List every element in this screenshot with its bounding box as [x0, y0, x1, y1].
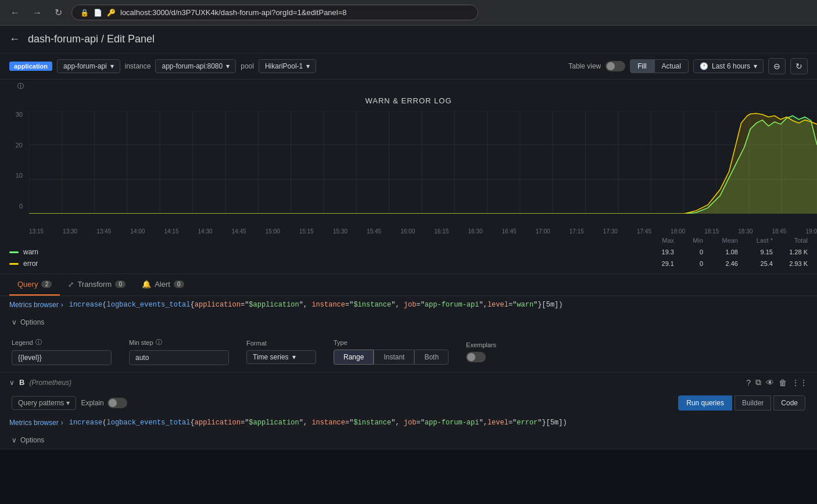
back-button[interactable]: ← — [7, 5, 23, 20]
query-a-input[interactable]: increase(logback_events_total{applicatio… — [69, 301, 808, 309]
b-query-label: B — [19, 378, 24, 387]
builder-button[interactable]: Builder — [734, 395, 771, 411]
legend-info-icon: ⓘ — [35, 338, 42, 347]
exemplars-toggle[interactable] — [466, 352, 496, 362]
query-b-input[interactable]: increase(logback_events_total{applicatio… — [69, 419, 808, 427]
transform-icon: ⤢ — [68, 280, 74, 289]
query-panel: Query 2 ⤢ Transform 0 🔔 Alert 0 Metrics … — [0, 274, 817, 449]
delete-icon-b[interactable]: 🗑 — [779, 378, 787, 387]
chevron-down-icon: ∨ — [12, 318, 17, 326]
refresh-dashboard-button[interactable]: ↻ — [790, 58, 808, 74]
metrics-browser-a-button[interactable]: Metrics browser › — [9, 301, 63, 309]
query-b-header: ∨ B (Prometheus) ? ⧉ 👁 🗑 ⋮⋮ — [0, 373, 817, 392]
y-label: 20 — [16, 142, 23, 149]
warn-min: 0 — [674, 249, 703, 255]
chevron-down-b-icon: ∨ — [12, 436, 17, 444]
chart-legend-header: Max Min Mean Last * Total — [0, 235, 817, 246]
query-tab-label: Query — [17, 280, 38, 289]
query-tabs: Query 2 ⤢ Transform 0 🔔 Alert 0 — [0, 274, 817, 296]
pool-label: pool — [241, 62, 254, 70]
actual-button[interactable]: Actual — [654, 59, 689, 73]
browser-chrome: ← → ↻ 🔒 📄 🔑 localhost:3000/d/n3P7UXK4k/d… — [0, 0, 817, 26]
run-queries-button[interactable]: Run queries — [678, 395, 732, 411]
min-step-info-icon: ⓘ — [156, 338, 162, 347]
error-last: 25.4 — [738, 260, 773, 267]
legend-warn-row: warn 19.3 0 1.08 9.15 1.28 K — [0, 246, 817, 258]
transform-tab-badge: 0 — [115, 280, 126, 288]
refresh-button[interactable]: ↻ — [51, 5, 66, 20]
app-title: dash-forum-api / Edit Panel — [28, 33, 155, 45]
warn-mean: 1.08 — [703, 249, 738, 255]
chart-title: WARN & ERROR LOG — [0, 91, 817, 111]
instance-label: instance — [125, 62, 151, 70]
chevron-right-icon: › — [61, 301, 63, 309]
fill-button[interactable]: Fill — [630, 59, 654, 73]
tab-transform[interactable]: ⤢ Transform 0 — [60, 274, 134, 296]
chart-panel: ⓘ WARN & ERROR LOG 30 20 10 0 — [0, 80, 817, 274]
metrics-browser-b-button[interactable]: Metrics browser › — [9, 419, 63, 427]
min-step-input[interactable] — [129, 350, 229, 365]
query-b-code-row: Metrics browser › increase(logback_event… — [0, 414, 817, 431]
query-tab-badge: 2 — [41, 280, 52, 288]
format-dropdown[interactable]: Time series ▾ — [246, 350, 316, 364]
application-dropdown[interactable]: app-forum-api ▾ — [57, 59, 120, 73]
error-color-indicator — [9, 263, 19, 265]
warn-label: warn — [23, 248, 58, 256]
chart-container: 30 20 10 0 — [0, 111, 817, 227]
alert-tab-label: Alert — [155, 280, 170, 289]
chart-info-icon[interactable]: ⓘ — [17, 82, 24, 91]
chart-x-labels: 13:15 13:30 13:45 14:00 14:15 14:30 14:4… — [0, 228, 817, 235]
svg-marker-30 — [29, 113, 817, 214]
zoom-out-button[interactable]: ⊖ — [768, 58, 786, 74]
eye-icon-b[interactable]: 👁 — [766, 378, 774, 387]
y-label: 10 — [16, 172, 23, 179]
y-label: 30 — [16, 111, 23, 118]
fill-actual-group: Fill Actual — [630, 59, 689, 73]
patterns-chevron-icon: ▾ — [66, 399, 70, 407]
query-b-toolbar: Query patterns ▾ Explain Run queries Bui… — [0, 392, 817, 414]
collapse-b-icon[interactable]: ∨ — [9, 379, 15, 387]
legend-input[interactable] — [12, 350, 112, 365]
legend-option: Legend ⓘ — [12, 338, 112, 365]
chevron-right-b-icon: › — [61, 419, 63, 427]
query-patterns-button[interactable]: Query patterns ▾ — [12, 396, 76, 410]
pool-dropdown[interactable]: HikariPool-1 ▾ — [259, 59, 316, 73]
bell-icon: 🔔 — [142, 280, 151, 289]
query-b-actions: ? ⧉ 👁 🗑 ⋮⋮ — [746, 377, 808, 387]
instance-dropdown[interactable]: app-forum-api:8080 ▾ — [155, 59, 236, 73]
forward-button[interactable]: → — [29, 5, 45, 20]
code-button[interactable]: Code — [773, 395, 805, 411]
url-bar[interactable]: 🔒 📄 🔑 localhost:3000/d/n3P7UXK4k/dash-fo… — [71, 5, 478, 20]
warn-max: 19.3 — [639, 249, 674, 255]
type-option: Type Range Instant Both — [334, 339, 449, 365]
time-range-button[interactable]: 🕐 Last 6 hours ▾ — [693, 59, 764, 73]
both-button[interactable]: Both — [414, 350, 449, 365]
clock-icon: 🕐 — [700, 62, 708, 70]
error-max: 29.1 — [639, 260, 674, 267]
app-back-button[interactable]: ← — [9, 33, 20, 45]
help-icon-b[interactable]: ? — [746, 378, 751, 387]
options-a-content: Legend ⓘ Min step ⓘ Format Time series ▾ — [0, 331, 817, 372]
instant-button[interactable]: Instant — [374, 350, 414, 365]
warn-last: 9.15 — [738, 249, 773, 255]
explain-toggle: Explain — [81, 398, 127, 408]
warn-total: 1.28 K — [773, 249, 808, 255]
warn-color-indicator — [9, 251, 19, 253]
table-view-toggle[interactable]: Table view — [568, 61, 625, 71]
run-queries-group: Run queries Builder Code — [678, 395, 805, 411]
duplicate-icon-b[interactable]: ⧉ — [755, 377, 761, 387]
legend-error-row: error 29.1 0 2.46 25.4 2.93 K — [0, 258, 817, 273]
y-label: 0 — [19, 203, 23, 210]
toolbar: application app-forum-api ▾ instance app… — [0, 53, 817, 80]
url-text: localhost:3000/d/n3P7UXK4k/dash-forum-ap… — [120, 8, 347, 17]
drag-icon-b[interactable]: ⋮⋮ — [791, 378, 808, 387]
range-button[interactable]: Range — [334, 350, 374, 365]
tab-query[interactable]: Query 2 — [9, 274, 60, 296]
application-badge: application — [9, 62, 52, 71]
tab-alert[interactable]: 🔔 Alert 0 — [134, 274, 192, 296]
type-button-group: Range Instant Both — [334, 350, 449, 365]
table-view-label: Table view — [568, 62, 601, 70]
options-b-toggle[interactable]: ∨ Options — [0, 431, 817, 449]
app-header: ← dash-forum-api / Edit Panel — [0, 26, 817, 53]
options-a-toggle[interactable]: ∨ Options — [0, 314, 817, 331]
